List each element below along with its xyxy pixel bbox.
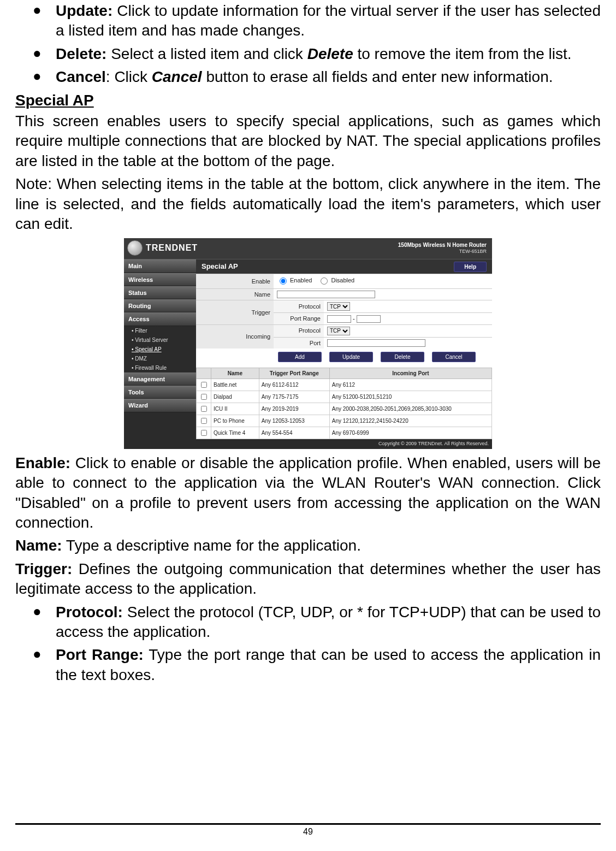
form-trigger-portrange-label: Port Range — [274, 313, 324, 325]
router-screenshot: TRENDNET 150Mbps Wireless N Home Router … — [124, 238, 492, 448]
nav-sub-dmz[interactable]: • DMZ — [124, 354, 196, 363]
trigger-port-end[interactable] — [357, 315, 381, 323]
row-checkbox[interactable] — [201, 406, 207, 412]
page-footer: 49 — [15, 823, 601, 837]
table-row[interactable]: Battle.net Any 6112-6112 Any 6112 — [197, 379, 492, 391]
name-input[interactable] — [277, 291, 375, 298]
bullet-port-range-label: Port Range: — [56, 646, 144, 663]
bullet-protocol-label: Protocol: — [56, 604, 123, 620]
form-incoming-port-label: Port — [274, 337, 324, 348]
trigger-label: Trigger: — [15, 560, 72, 577]
trigger-desc: Trigger: Defines the outgoing communicat… — [15, 559, 601, 599]
special-ap-para1: This screen enables users to specify spe… — [15, 111, 601, 171]
router-copyright: Copyright © 2009 TRENDnet. All Rights Re… — [124, 439, 492, 449]
special-ap-para2: Note: When selecting items in the table … — [15, 174, 601, 234]
row-checkbox[interactable] — [201, 430, 207, 436]
help-button[interactable]: Help — [454, 262, 487, 272]
bullet-cancel-label: Cancel — [56, 68, 106, 85]
delete-button[interactable]: Delete — [381, 352, 424, 362]
cancel-button[interactable]: Cancel — [432, 352, 476, 362]
model-line1: 150Mbps Wireless N Home Router — [398, 241, 487, 249]
form-enable-label: Enable — [196, 274, 274, 288]
router-nav: Main Wireless Status Routing Access • Fi… — [124, 259, 196, 439]
incoming-port-input[interactable] — [327, 339, 425, 347]
enable-label: Enable: — [15, 454, 70, 471]
nav-routing[interactable]: Routing — [124, 299, 196, 312]
table-row[interactable]: PC to Phone Any 12053-12053 Any 12120,12… — [197, 415, 492, 427]
form-trigger-protocol-label: Protocol — [274, 300, 324, 313]
update-button[interactable]: Update — [329, 352, 373, 362]
nav-sub-filter[interactable]: • Filter — [124, 326, 196, 335]
bullet-cancel: Cancel: Click Cancel button to erase all… — [15, 67, 601, 87]
router-header: TRENDNET 150Mbps Wireless N Home Router … — [124, 238, 492, 259]
nav-main[interactable]: Main — [124, 259, 196, 273]
form-trigger-label: Trigger — [196, 300, 274, 325]
nav-sub-virtual-server[interactable]: • Virtual Server — [124, 335, 196, 345]
add-button[interactable]: Add — [278, 352, 322, 362]
table-row[interactable]: ICU II Any 2019-2019 Any 2000-2038,2050-… — [197, 403, 492, 415]
th-incoming-port: Incoming Port — [329, 368, 491, 379]
th-name: Name — [211, 368, 259, 379]
bullet-delete: Delete: Select a listed item and click D… — [15, 44, 601, 64]
profiles-table: Name Trigger Port Range Incoming Port Ba… — [196, 368, 492, 439]
name-label: Name: — [15, 537, 62, 554]
bullet-cancel-strong: Cancel — [152, 68, 202, 85]
special-ap-heading: Special AP — [15, 91, 601, 110]
incoming-protocol-select[interactable]: TCP — [327, 327, 350, 335]
form-incoming-label: Incoming — [196, 324, 274, 348]
row-checkbox[interactable] — [201, 394, 207, 400]
bullet-delete-label: Delete: — [56, 45, 106, 62]
panel-title: Special AP — [202, 262, 238, 271]
enable-radio-enabled[interactable]: Enabled — [277, 276, 312, 285]
nav-tools[interactable]: Tools — [124, 386, 196, 399]
brand-name: TRENDNET — [146, 243, 198, 254]
page-number: 49 — [303, 827, 313, 836]
brand-logo-icon — [127, 240, 143, 256]
bullet-update-label: Update: — [56, 2, 112, 19]
bullet-update-text: Click to update information for the virt… — [56, 2, 601, 39]
nav-sub-special-ap[interactable]: • Special AP — [124, 345, 196, 354]
bullet-delete-strong: Delete — [307, 45, 353, 62]
bullet-protocol: Protocol: Select the protocol (TCP, UDP,… — [15, 602, 601, 642]
row-checkbox[interactable] — [201, 382, 207, 388]
nav-access[interactable]: Access — [124, 312, 196, 326]
trigger-port-start[interactable] — [327, 315, 351, 323]
nav-wizard[interactable]: Wizard — [124, 399, 196, 412]
table-row[interactable]: Quick Time 4 Any 554-554 Any 6970-6999 — [197, 427, 492, 439]
nav-sub-firewall-rule[interactable]: • Firewall Rule — [124, 363, 196, 373]
trigger-protocol-select[interactable]: TCP — [327, 302, 350, 311]
bullet-update: Update: Click to update information for … — [15, 1, 601, 41]
enable-desc: Enable: Click to enable or disable the a… — [15, 453, 601, 533]
table-row[interactable]: Dialpad Any 7175-7175 Any 51200-51201,51… — [197, 391, 492, 403]
row-checkbox[interactable] — [201, 418, 207, 424]
name-desc: Name: Type a descriptive name for the ap… — [15, 536, 601, 555]
nav-management[interactable]: Management — [124, 373, 196, 386]
nav-status[interactable]: Status — [124, 286, 196, 299]
nav-wireless[interactable]: Wireless — [124, 273, 196, 286]
form-name-label: Name — [196, 288, 274, 300]
model-line2: TEW-651BR — [398, 249, 487, 255]
enable-radio-disabled[interactable]: Disabled — [318, 276, 354, 285]
bullet-port-range: Port Range: Type the port range that can… — [15, 645, 601, 685]
form-incoming-protocol-label: Protocol — [274, 324, 324, 337]
th-trigger-port-range: Trigger Port Range — [259, 368, 329, 379]
